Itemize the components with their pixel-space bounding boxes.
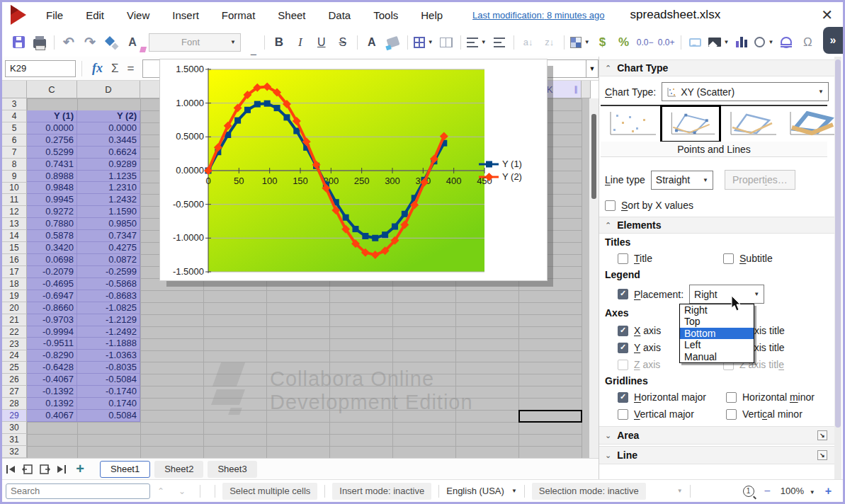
table-row[interactable]: -0.8660-1.0825 [27, 302, 140, 314]
subtype-points-only[interactable] [601, 106, 660, 142]
data-point[interactable] [254, 101, 261, 108]
cell-cursor-K29[interactable] [518, 410, 582, 423]
zoom-in-button[interactable]: + [825, 485, 832, 498]
cell-D[interactable]: 1.1590 [77, 206, 140, 217]
row-header-10[interactable]: 10 [2, 183, 27, 195]
vertical-minor-checkbox[interactable] [726, 409, 737, 420]
last-modification-link[interactable]: Last modification: 8 minutes ago [472, 10, 604, 21]
conditional-format-button[interactable]: ▼ [570, 33, 590, 52]
menu-format[interactable]: Format [210, 9, 267, 21]
cell-D[interactable]: -0.1740 [77, 386, 140, 397]
first-sheet-button[interactable] [2, 462, 19, 476]
row-header-22[interactable]: 22 [2, 326, 27, 338]
line-dialog-launcher-icon[interactable]: ↘ [817, 450, 827, 460]
column-header-D[interactable]: D [77, 81, 140, 98]
special-character-button[interactable]: Ω [799, 33, 816, 52]
add-decimal-button[interactable]: 0.0+ [658, 33, 675, 52]
row-header-29[interactable]: 29 [2, 410, 27, 422]
selection-mode-status[interactable]: Selection mode: inactive [532, 483, 646, 500]
strikethrough-button[interactable]: S [334, 33, 351, 52]
redo-button[interactable]: ↷ [81, 33, 98, 52]
placement-option-top[interactable]: Top [680, 316, 754, 327]
name-box[interactable] [5, 60, 76, 77]
cell-D[interactable]: -0.5868 [77, 278, 140, 290]
zoom-level[interactable]: 100% ▼ [781, 486, 815, 496]
table-row[interactable]: 0.40670.5084 [27, 410, 140, 422]
undo-button[interactable]: ↶ [60, 33, 77, 52]
clone-formatting-button[interactable] [103, 33, 120, 52]
font-name-select[interactable]: Font ▼ [149, 33, 241, 52]
placement-checkbox[interactable] [618, 289, 628, 299]
properties-button[interactable]: Properties… [725, 170, 795, 190]
table-row[interactable]: 0.74310.9289 [27, 159, 140, 171]
cell-D[interactable]: 0.6624 [77, 147, 140, 158]
legend-label[interactable]: Y (1) [502, 159, 522, 169]
tab-sheet3[interactable]: Sheet3 [208, 461, 256, 478]
cell-D[interactable]: 1.2432 [77, 194, 140, 205]
close-icon[interactable]: ✕ [821, 6, 833, 23]
sum-icon[interactable]: Σ [111, 62, 119, 76]
section-line-header[interactable]: ⌄ Line ↘ [599, 446, 834, 464]
table-row[interactable]: 0.06980.0872 [27, 254, 140, 266]
table-row[interactable]: -0.6947-0.8683 [27, 290, 140, 302]
placement-option-bottom[interactable]: Bottom [680, 328, 754, 339]
save-button[interactable] [10, 33, 27, 52]
row-header-8[interactable]: 8 [2, 159, 27, 171]
row-header-5[interactable]: 5 [2, 122, 27, 134]
data-point[interactable] [283, 114, 290, 120]
cell-C[interactable]: 0.8988 [27, 171, 77, 182]
table-row[interactable]: -0.2079-0.2599 [27, 266, 140, 278]
table-row[interactable]: -0.8290-1.0363 [27, 350, 140, 362]
cell-C[interactable]: 0.0698 [27, 254, 77, 265]
subtype-lines-only[interactable] [721, 106, 781, 142]
table-row[interactable]: 0.34200.4275 [27, 242, 140, 254]
placement-option-manual[interactable]: Manual [680, 351, 754, 362]
table-row[interactable]: -0.6428-0.8035 [27, 362, 140, 374]
cell-C[interactable]: 0.7880 [27, 218, 77, 229]
row-header-30[interactable]: 30 [2, 422, 27, 434]
search-previous-icon[interactable]: ⌃ [157, 486, 164, 496]
data-point[interactable] [382, 231, 388, 238]
menu-data[interactable]: Data [317, 9, 363, 21]
data-point[interactable] [244, 107, 251, 113]
row-header-23[interactable]: 23 [2, 338, 27, 350]
cell-C[interactable]: 0.9848 [27, 182, 77, 193]
cell-C[interactable]: 0.3420 [27, 242, 77, 253]
cell-D[interactable]: -0.8683 [77, 290, 140, 302]
table-row[interactable]: 0.27560.3445 [27, 134, 140, 147]
row-header-11[interactable]: 11 [2, 194, 27, 206]
sheet-vscrollbar[interactable] [589, 98, 599, 458]
table-row[interactable]: 0.13920.1740 [27, 398, 140, 410]
percent-button[interactable]: % [616, 33, 633, 52]
row-header-12[interactable]: 12 [2, 206, 27, 218]
horizontal-major-checkbox[interactable] [618, 392, 628, 403]
search-input[interactable] [6, 483, 150, 499]
row-header-27[interactable]: 27 [2, 386, 27, 398]
function-wizard-icon[interactable]: fx [92, 61, 103, 76]
highlight-color-button[interactable] [385, 33, 402, 52]
row-header-20[interactable]: 20 [2, 302, 27, 314]
cell-D[interactable]: 0.0872 [77, 254, 140, 265]
add-sheet-button[interactable]: + [70, 461, 90, 477]
chart-type-select[interactable]: XY (Scatter) ▼ [662, 82, 829, 101]
cell-C[interactable]: -0.6947 [27, 290, 77, 302]
borders-button[interactable]: ▼ [414, 33, 433, 52]
merge-cells-button[interactable] [438, 33, 455, 52]
cell-C[interactable]: -0.4067 [27, 374, 77, 385]
table-row[interactable]: 0.52990.6624 [27, 147, 140, 159]
cell-C[interactable]: 0.9945 [27, 194, 77, 205]
row-header-25[interactable]: 25 [2, 362, 27, 374]
placement-dropdown-list[interactable]: RightTopBottomLeftManual [679, 304, 754, 363]
area-dialog-launcher-icon[interactable]: ↘ [817, 430, 827, 440]
row-header-15[interactable]: 15 [2, 242, 27, 254]
bold-button[interactable]: B [271, 33, 288, 52]
cell-D[interactable]: 1.1235 [77, 171, 140, 182]
previous-sheet-button[interactable] [19, 462, 36, 476]
chart-object[interactable]: 1.50001.00000.50000.0000-0.5000-1.0000-1… [159, 59, 548, 281]
z-axis-checkbox[interactable] [618, 360, 628, 370]
cell-D[interactable]: 0.1740 [77, 398, 140, 409]
cell-C[interactable]: 0.2756 [27, 134, 77, 146]
table-row[interactable]: 0.98481.2310 [27, 182, 140, 194]
select-all-corner[interactable] [2, 81, 27, 98]
row-header-4[interactable]: 4 [2, 110, 27, 122]
